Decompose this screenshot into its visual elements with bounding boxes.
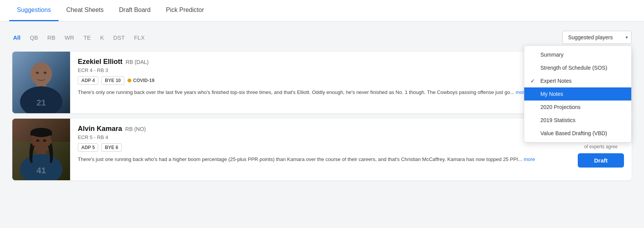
menu-label-vbd: Value Based Drafting (VBD) xyxy=(540,130,607,136)
main-content: All QB RB WR TE K DST FLX Suggested play… xyxy=(0,22,644,195)
filter-row: All QB RB WR TE K DST FLX Suggested play… xyxy=(12,31,632,44)
player-blurb-elliott: There's only one running back over the l… xyxy=(78,89,562,96)
player-info-elliott: Ezekiel Elliott RB (DAL) ECR 4 - RB 3 AD… xyxy=(70,52,570,113)
badge-bye-kamara: BYE 6 xyxy=(101,143,122,152)
player-badges-elliott: ADP 4 BYE 10 COVID-19 xyxy=(78,76,562,85)
more-link-kamara[interactable]: more xyxy=(523,156,535,162)
menu-label-statistics: 2019 Statistics xyxy=(540,117,575,123)
nav-item-pick-predictor[interactable]: Pick Predictor xyxy=(158,0,212,21)
player-info-kamara: Alvin Kamara RB (NO) ECR 5 - RB 4 ADP 5 … xyxy=(70,119,570,180)
nav-item-draft-board[interactable]: Draft Board xyxy=(111,0,158,21)
filter-qb[interactable]: QB xyxy=(29,33,39,42)
draft-button-kamara[interactable]: Draft xyxy=(578,153,624,168)
filter-wr[interactable]: WR xyxy=(64,33,75,42)
menu-label-my-notes: My Notes xyxy=(540,91,563,97)
filter-dst[interactable]: DST xyxy=(112,33,126,42)
menu-label-projections: 2020 Projections xyxy=(540,104,580,110)
menu-label-expert-notes: Expert Notes xyxy=(540,78,572,84)
filter-flx[interactable]: FLX xyxy=(133,33,146,42)
top-nav: Suggestions Cheat Sheets Draft Board Pic… xyxy=(0,0,644,22)
player-blurb-kamara: There's just one running back who's had … xyxy=(78,156,562,163)
player-ecr-elliott: ECR 4 - RB 3 xyxy=(78,67,562,73)
svg-point-6 xyxy=(44,72,47,74)
menu-label-summary: Summary xyxy=(540,52,564,58)
experts-label-kamara: of experts agree xyxy=(584,144,618,149)
filter-k[interactable]: K xyxy=(99,33,105,42)
menu-item-sos[interactable]: Strength of Schedule (SOS) xyxy=(524,61,631,74)
player-photo-elliott: 21 xyxy=(12,52,70,113)
player-pos-team-elliott: RB (DAL) xyxy=(126,59,149,65)
filter-rb[interactable]: RB xyxy=(47,33,56,42)
menu-item-statistics[interactable]: 2019 Statistics xyxy=(524,114,631,127)
menu-item-projections[interactable]: 2020 Projections xyxy=(524,101,631,114)
player-ecr-kamara: ECR 5 - RB 4 xyxy=(78,134,562,140)
player-pos-team-kamara: RB (NO) xyxy=(125,126,146,132)
badge-adp-kamara: ADP 5 xyxy=(78,143,98,152)
filter-te[interactable]: TE xyxy=(83,33,92,42)
svg-text:21: 21 xyxy=(37,98,46,107)
position-filters: All QB RB WR TE K DST FLX xyxy=(12,33,145,42)
player-badges-kamara: ADP 5 BYE 6 xyxy=(78,143,562,152)
badge-covid-elliott: COVID-19 xyxy=(127,78,154,83)
dropdown-menu: Summary Strength of Schedule (SOS) ✓ Exp… xyxy=(524,45,632,142)
svg-text:41: 41 xyxy=(37,166,46,175)
svg-point-16 xyxy=(43,139,46,142)
menu-item-summary[interactable]: Summary xyxy=(524,48,631,61)
nav-item-cheat-sheets[interactable]: Cheat Sheets xyxy=(59,0,111,21)
filter-all[interactable]: All xyxy=(12,33,21,42)
covid-label-elliott: COVID-19 xyxy=(133,78,154,83)
svg-point-5 xyxy=(36,72,39,74)
checkmark-expert-notes: ✓ xyxy=(530,78,537,84)
badge-adp-elliott: ADP 4 xyxy=(78,76,98,85)
menu-item-expert-notes[interactable]: ✓ Expert Notes xyxy=(524,74,631,87)
player-name-row-elliott: Ezekiel Elliott RB (DAL) xyxy=(78,58,562,66)
svg-point-1 xyxy=(30,62,52,86)
player-name-row-kamara: Alvin Kamara RB (NO) xyxy=(78,125,562,133)
menu-item-vbd[interactable]: Value Based Drafting (VBD) xyxy=(524,127,631,140)
player-photo-kamara: 41 xyxy=(12,119,70,180)
menu-item-my-notes[interactable]: My Notes xyxy=(524,87,631,101)
svg-point-15 xyxy=(36,139,39,142)
badge-bye-elliott: BYE 10 xyxy=(101,76,124,85)
player-name-elliott: Ezekiel Elliott xyxy=(78,58,122,66)
nav-item-suggestions[interactable]: Suggestions xyxy=(9,0,59,21)
covid-dot-icon xyxy=(127,79,131,82)
suggested-players-dropdown[interactable]: Suggested players xyxy=(562,31,632,44)
svg-rect-11 xyxy=(30,132,52,136)
menu-label-sos: Strength of Schedule (SOS) xyxy=(540,65,607,71)
dropdown-wrapper: Suggested players ▾ Summary Strength of … xyxy=(562,31,632,44)
player-name-kamara: Alvin Kamara xyxy=(78,125,122,133)
